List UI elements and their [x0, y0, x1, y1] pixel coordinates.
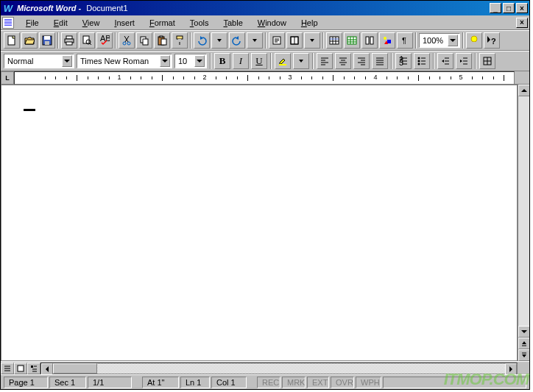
svg-rect-20 — [177, 36, 183, 39]
minimize-button[interactable]: _ — [490, 3, 501, 13]
open-button[interactable] — [21, 32, 38, 49]
help-button[interactable]: ? — [484, 32, 500, 49]
dropdown-arrow-icon[interactable] — [160, 55, 170, 67]
menu-table[interactable]: Table — [216, 17, 250, 29]
status-section: Sec 1 — [49, 377, 86, 388]
next-page-button[interactable] — [518, 349, 529, 361]
status-wph[interactable]: WPH — [356, 377, 381, 388]
svg-rect-19 — [161, 39, 166, 45]
borders-button[interactable] — [479, 53, 495, 69]
numbering-button[interactable]: 123 — [395, 53, 412, 69]
print-preview-button[interactable] — [79, 32, 95, 49]
status-at: At 1" — [142, 377, 179, 388]
insert-table-button[interactable] — [326, 32, 342, 49]
copy-button[interactable] — [136, 32, 152, 49]
bold-button[interactable]: B — [214, 53, 230, 69]
style-combo[interactable]: Normal — [4, 54, 74, 68]
insert-address-button[interactable] — [286, 32, 303, 49]
redo-dropdown[interactable] — [247, 32, 263, 49]
svg-line-11 — [124, 36, 128, 42]
close-button[interactable]: × — [516, 3, 528, 13]
menu-help[interactable]: Help — [294, 17, 325, 29]
ruler-area: L 12345 — [1, 71, 529, 85]
status-ovr[interactable]: OVR — [331, 377, 354, 388]
maximize-button[interactable]: □ — [503, 3, 515, 13]
status-rec[interactable]: REC — [257, 377, 280, 388]
font-size-combo[interactable]: 10 — [174, 54, 207, 68]
show-paragraph-button[interactable]: ¶ — [397, 32, 413, 49]
scroll-track[interactable] — [518, 96, 529, 326]
document-icon[interactable] — [2, 17, 14, 29]
align-right-button[interactable] — [353, 53, 370, 69]
svg-marker-85 — [442, 60, 444, 63]
align-left-button[interactable] — [317, 53, 333, 69]
highlight-dropdown[interactable] — [293, 53, 309, 69]
svg-marker-56 — [299, 60, 303, 63]
prev-page-button[interactable] — [518, 338, 529, 349]
outline-view-button[interactable] — [27, 363, 40, 374]
cut-button[interactable] — [119, 32, 135, 49]
zoom-value: 100% — [423, 36, 448, 45]
scroll-right-button[interactable] — [505, 363, 517, 375]
bullets-button[interactable] — [414, 53, 430, 69]
justify-button[interactable] — [372, 53, 388, 69]
svg-point-14 — [127, 42, 130, 45]
decrease-indent-button[interactable] — [437, 53, 453, 69]
menu-tools[interactable]: Tools — [183, 17, 216, 29]
status-spacer — [383, 377, 526, 388]
menu-file[interactable]: File — [18, 17, 46, 29]
undo-button[interactable] — [194, 32, 210, 49]
dropdown-arrow-icon[interactable] — [62, 55, 72, 67]
scroll-thumb[interactable] — [53, 363, 97, 374]
horizontal-ruler[interactable]: 12345 — [14, 71, 515, 85]
format-painter-button[interactable] — [172, 32, 188, 49]
autoformat-button[interactable] — [269, 32, 285, 49]
dropdown-arrow-icon[interactable] — [448, 35, 458, 46]
underline-button[interactable]: U — [251, 53, 267, 69]
svg-rect-46 — [370, 37, 373, 44]
svg-marker-24 — [217, 39, 222, 42]
zoom-combo[interactable]: 100% — [419, 33, 460, 48]
svg-rect-52 — [473, 42, 476, 44]
align-center-button[interactable] — [335, 53, 351, 69]
svg-rect-16 — [143, 39, 148, 45]
scroll-down-button[interactable] — [518, 326, 529, 338]
new-button[interactable] — [4, 32, 20, 49]
svg-marker-34 — [310, 39, 314, 42]
print-button[interactable] — [61, 32, 77, 49]
insert-table-dropdown[interactable] — [304, 32, 320, 49]
mdi-close-button[interactable]: × — [516, 18, 528, 28]
save-button[interactable] — [39, 32, 55, 49]
drawing-button[interactable] — [379, 32, 395, 49]
increase-indent-button[interactable] — [456, 53, 472, 69]
insert-worksheet-button[interactable] — [344, 32, 360, 49]
vertical-scrollbar[interactable] — [518, 85, 529, 361]
dropdown-arrow-icon[interactable] — [194, 55, 205, 67]
status-mrk[interactable]: MRK — [282, 377, 306, 388]
menu-edit[interactable]: Edit — [46, 17, 75, 29]
tip-wizard-button[interactable] — [466, 32, 482, 49]
italic-button[interactable]: I — [233, 53, 249, 69]
horizontal-scrollbar[interactable] — [40, 363, 518, 374]
columns-button[interactable] — [361, 32, 378, 49]
document-area — [1, 85, 529, 361]
scroll-left-button[interactable] — [41, 363, 53, 375]
tab-selector[interactable]: L — [1, 71, 14, 85]
scroll-up-button[interactable] — [518, 85, 529, 96]
paste-button[interactable] — [154, 32, 170, 49]
menu-view[interactable]: View — [75, 17, 107, 29]
menu-format[interactable]: Format — [142, 17, 183, 29]
page-layout-view-button[interactable] — [14, 363, 27, 374]
menu-insert[interactable]: Insert — [107, 17, 142, 29]
menu-window[interactable]: Window — [250, 17, 294, 29]
status-line: Ln 1 — [180, 377, 210, 388]
spelling-button[interactable]: ABC — [96, 32, 113, 49]
highlight-button[interactable] — [275, 53, 291, 69]
normal-view-button[interactable] — [1, 363, 14, 374]
document-page[interactable] — [1, 85, 517, 360]
undo-dropdown[interactable] — [211, 32, 227, 49]
svg-point-47 — [384, 37, 386, 40]
status-ext[interactable]: EXT — [307, 377, 329, 388]
redo-button[interactable] — [229, 32, 245, 49]
font-combo[interactable]: Times New Roman — [77, 54, 172, 68]
